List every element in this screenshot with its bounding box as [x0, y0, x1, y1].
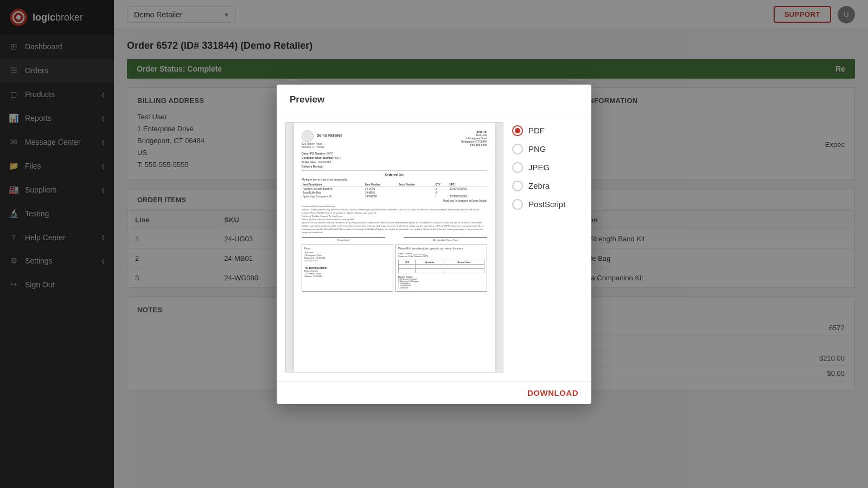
- pdf-radio[interactable]: [512, 125, 523, 136]
- download-button[interactable]: DOWNLOAD: [527, 388, 578, 397]
- doc-multiple-items: Multiple items may ship separately.: [302, 178, 487, 181]
- pdf-label: PDF: [528, 126, 545, 135]
- doc-ordered-by: Ordered By:: [302, 173, 487, 176]
- format-options: PDF PNG JPEG Zebra PostScript: [512, 122, 583, 373]
- format-option-postscript[interactable]: PostScript: [512, 199, 583, 210]
- preview-modal: Preview Demo Retailer 123 Return Road Sh…: [277, 85, 591, 404]
- doc-ship-phone: 555-555-5555: [461, 143, 487, 146]
- zebra-label: Zebra: [528, 181, 550, 190]
- doc-retailer-name: Demo Retailer: [317, 133, 342, 137]
- doc-footer-note: Thank you for shopping at Demo Retailer: [302, 200, 487, 202]
- document-preview: Demo Retailer 123 Return Road Shelton, C…: [285, 122, 503, 373]
- modal-header: Preview: [277, 85, 591, 113]
- postscript-radio[interactable]: [512, 199, 523, 210]
- doc-paper: Demo Retailer 123 Return Road Shelton, C…: [294, 123, 495, 372]
- doc-item2-desc: Joust Duffle Bag: [302, 191, 364, 195]
- format-option-zebra[interactable]: Zebra: [512, 181, 583, 191]
- png-label: PNG: [528, 144, 546, 153]
- postscript-label: PostScript: [528, 200, 565, 209]
- format-option-pdf[interactable]: PDF: [512, 125, 583, 136]
- doc-item3-desc: Sprite Yoga Companion Kit: [302, 195, 364, 198]
- jpeg-radio[interactable]: [512, 162, 523, 173]
- format-option-png[interactable]: PNG: [512, 144, 583, 155]
- doc-ship-addr: 1 Enterprise Drive: [461, 137, 487, 140]
- jpeg-label: JPEG: [528, 163, 550, 172]
- modal-body: Demo Retailer 123 Return Road Shelton, C…: [277, 113, 591, 381]
- doc-ship-city: Bridgeport, CT 06484: [461, 140, 487, 143]
- modal-title: Preview: [290, 94, 324, 105]
- modal-footer: DOWNLOAD: [277, 381, 591, 404]
- png-radio[interactable]: [512, 144, 523, 155]
- modal-overlay[interactable]: Preview Demo Retailer 123 Return Road Sh…: [0, 0, 868, 488]
- doc-city: Shelton, CT 06484: [302, 145, 324, 149]
- doc-item1-desc: Harmony Strength Band Kit: [302, 187, 364, 191]
- format-option-jpeg[interactable]: JPEG: [512, 162, 583, 173]
- zebra-radio[interactable]: [512, 181, 523, 191]
